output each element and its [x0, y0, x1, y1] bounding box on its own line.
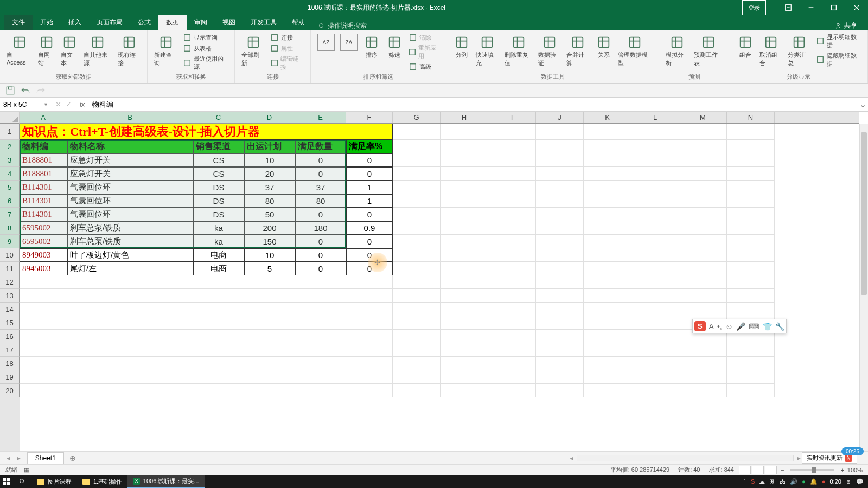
cell[interactable] — [244, 343, 295, 357]
ribbon-显示查询[interactable]: 显示查询 — [181, 33, 230, 42]
col-header-I[interactable]: I — [488, 112, 536, 123]
cell[interactable] — [488, 262, 536, 275]
cell[interactable] — [441, 316, 488, 330]
tray-net-icon[interactable]: 🖧 — [780, 478, 786, 485]
cell[interactable] — [536, 330, 584, 343]
ribbon-取消组合[interactable]: 取消组合 — [757, 33, 784, 68]
cell[interactable] — [244, 330, 295, 343]
cell[interactable]: 37 — [295, 181, 346, 194]
cell[interactable] — [488, 140, 536, 153]
cell[interactable] — [20, 303, 67, 316]
ribbon-删除重复值[interactable]: 删除重复值 — [502, 33, 535, 68]
cell[interactable] — [67, 384, 193, 397]
cell[interactable]: 8949003 — [20, 248, 67, 262]
name-box[interactable]: 8R x 5C▼ — [0, 98, 52, 111]
cell[interactable]: 满足数量 — [295, 140, 346, 153]
cell[interactable] — [488, 316, 536, 330]
cell[interactable] — [584, 221, 631, 235]
cell[interactable] — [536, 153, 584, 167]
cell[interactable] — [20, 343, 67, 357]
cell[interactable] — [631, 330, 679, 343]
cell[interactable] — [727, 208, 775, 221]
cell[interactable] — [679, 357, 727, 370]
cell[interactable] — [346, 316, 393, 330]
cell[interactable] — [393, 167, 441, 181]
cell[interactable] — [536, 357, 584, 370]
cell[interactable]: 10 — [244, 248, 295, 262]
save-button[interactable] — [5, 86, 15, 95]
cell[interactable] — [584, 384, 631, 397]
ribbon-数据验证[interactable]: 数据验证 — [536, 33, 563, 68]
cell[interactable] — [295, 330, 346, 343]
cell[interactable]: 0 — [295, 235, 346, 248]
cell[interactable] — [488, 330, 536, 343]
spreadsheet-grid[interactable]: ABCDEFGHIJKLMN 1234567891011121314151617… — [0, 112, 868, 451]
sheet-nav[interactable]: ◄► — [0, 455, 27, 461]
cell[interactable] — [727, 357, 775, 370]
cell[interactable] — [393, 153, 441, 167]
cell[interactable] — [631, 289, 679, 303]
cell[interactable] — [679, 262, 727, 275]
col-header-E[interactable]: E — [295, 112, 346, 123]
cell[interactable] — [20, 316, 67, 330]
cell[interactable] — [584, 235, 631, 248]
ribbon-管理数据模型[interactable]: 管理数据模型 — [616, 33, 654, 68]
cell[interactable] — [631, 194, 679, 208]
cell[interactable] — [679, 194, 727, 208]
cell[interactable] — [631, 124, 679, 140]
cell[interactable]: B114301 — [20, 208, 67, 221]
row-header-8[interactable]: 8 — [0, 221, 20, 235]
col-header-K[interactable]: K — [584, 112, 631, 123]
cell[interactable]: 150 — [244, 235, 295, 248]
ime-mic-icon[interactable]: 🎤 — [736, 322, 745, 331]
cell[interactable] — [727, 167, 775, 181]
cell[interactable] — [536, 235, 584, 248]
cell[interactable]: B188801 — [20, 167, 67, 181]
row-header-2[interactable]: 2 — [0, 140, 20, 153]
cell[interactable] — [488, 343, 536, 357]
row-header-1[interactable]: 1 — [0, 124, 20, 140]
cell[interactable] — [584, 275, 631, 289]
cell[interactable] — [679, 167, 727, 181]
cell[interactable] — [346, 384, 393, 397]
cell[interactable]: 满足率% — [346, 140, 393, 153]
ribbon-现有连接[interactable]: 现有连接 — [116, 33, 143, 68]
col-header-J[interactable]: J — [536, 112, 584, 123]
tray-clock[interactable]: 0:20 — [830, 478, 841, 485]
cell[interactable] — [67, 343, 193, 357]
cell[interactable] — [67, 275, 193, 289]
cell[interactable] — [727, 303, 775, 316]
ribbon-属性[interactable]: 属性 — [268, 43, 306, 53]
cell[interactable] — [584, 343, 631, 357]
ribbon-自文本[interactable]: 自文本 — [59, 33, 80, 68]
cell[interactable] — [488, 153, 536, 167]
cell[interactable] — [20, 370, 67, 384]
cell[interactable] — [193, 289, 244, 303]
cell[interactable] — [346, 289, 393, 303]
maximize-button[interactable] — [822, 0, 845, 15]
cell[interactable]: 5 — [244, 262, 295, 275]
row-header-11[interactable]: 11 — [0, 262, 20, 275]
cell[interactable] — [584, 181, 631, 194]
ribbon-关系[interactable]: 关系 — [593, 33, 615, 60]
cell[interactable] — [727, 140, 775, 153]
cell[interactable] — [679, 140, 727, 153]
cell[interactable] — [584, 370, 631, 384]
cell[interactable] — [488, 181, 536, 194]
cell[interactable] — [536, 167, 584, 181]
cell[interactable] — [393, 235, 441, 248]
cells[interactable]: 知识点：Ctrl+T-创建高级表-设计-插入切片器物料编物料名称销售渠道出运计划… — [20, 124, 859, 451]
cell[interactable] — [295, 343, 346, 357]
cell[interactable] — [679, 124, 727, 140]
cell[interactable] — [441, 303, 488, 316]
cell[interactable] — [295, 316, 346, 330]
row-header-19[interactable]: 19 — [0, 370, 20, 384]
cell[interactable] — [295, 370, 346, 384]
cell[interactable] — [67, 370, 193, 384]
row-header-12[interactable]: 12 — [0, 275, 20, 289]
undo-button[interactable] — [21, 86, 30, 95]
cell[interactable] — [244, 384, 295, 397]
ribbon-预测工作表[interactable]: 预测工作表 — [692, 33, 725, 68]
cell[interactable] — [346, 275, 393, 289]
cell[interactable] — [20, 384, 67, 397]
